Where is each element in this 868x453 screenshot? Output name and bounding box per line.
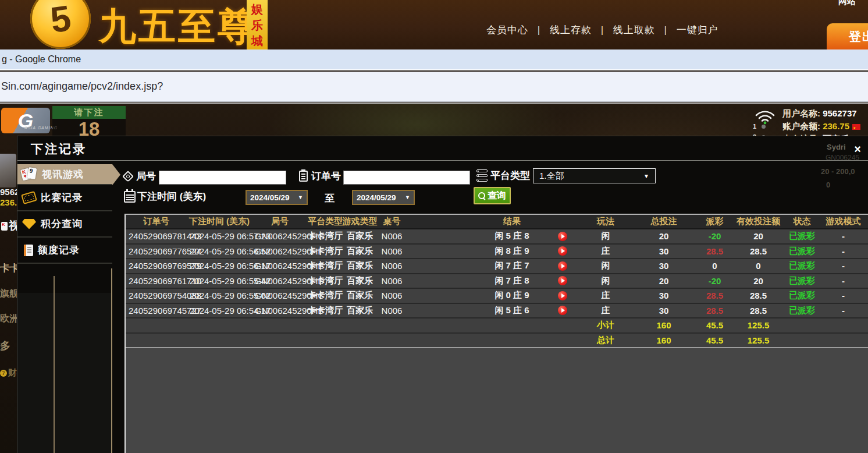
ghost-round-id: GN006245 [826,154,859,162]
subtotal-valid-bet: 125.5 [731,320,786,330]
play-icon[interactable] [558,246,567,256]
cell-order-id: 240529069754088 [126,291,187,300]
fragment-balance: 236. [0,197,17,207]
fragment-hall-kaka: 卡卡 [0,261,17,275]
calendar-icon [124,191,136,203]
col-header: 有效投注额 [731,216,786,227]
sidebar-item-match-records[interactable]: 比赛记录 [17,185,112,211]
cell-game-type: 百家乐 [341,260,379,271]
cell-table-no: N006 [379,261,405,271]
search-button-label: 查询 [488,190,506,202]
col-header: 结果 [425,216,599,227]
col-header: 订单号 [126,216,187,227]
play-icon[interactable] [558,232,567,241]
nav-separator: | [664,24,667,36]
col-header: 平台类型 [308,216,341,227]
cell-status: 已派彩 [786,231,818,242]
cell-total-bet: 30 [629,261,699,271]
wifi-icon [755,108,775,125]
round-id-input[interactable] [159,171,286,185]
ticket-icon [21,191,37,204]
avatar [0,154,16,187]
total-row: 总计 160 45.5 125.5 [126,334,868,349]
cell-game-type: 百家乐 [341,305,379,316]
tag-icon [122,171,134,182]
nav-deposit[interactable]: 线上存款 [550,24,592,36]
user-name-value: 9562737 [823,108,856,118]
site-info-partial-text: 网站 [838,0,856,7]
play-icon[interactable] [558,306,567,315]
cell-valid-bet: 20 [731,231,786,241]
cell-table-no: N006 [379,231,405,241]
cell-status: 已派彩 [786,260,818,271]
cell-result: 闲 5 庄 8 [405,231,582,242]
cell-table-no: N006 [379,276,405,286]
cell-table-no: N006 [379,246,405,256]
sidebar-item-credit-records[interactable]: 额度记录 [17,238,112,264]
cell-platform: 卡卡湾厅 [308,290,341,301]
table-row: 240529069754088 2024-05-29 06:55:02 GN00… [126,289,868,304]
chevron-down-icon: ▼ [298,194,303,200]
cell-platform: 卡卡湾厅 [308,231,341,242]
cell-payout: 28.5 [699,246,731,256]
cell-game-mode: - [818,231,868,241]
modal-sidebar: 视讯游戏 比赛记录 积分查询 额度记录 [17,161,112,453]
nav-separator: | [601,24,604,36]
cell-round-id: GN006245290HG [252,231,308,241]
brand-badge: 娱 乐 城 [247,0,268,49]
badge-char: 乐 [251,17,263,33]
sidebar-border-line [111,268,112,453]
cell-round-id: GN006245290HD [252,276,308,286]
nav-member-center[interactable]: 会员中心 [486,24,528,36]
nav-withdraw[interactable]: 线上取款 [613,24,655,36]
cell-result: 闲 5 庄 6 [405,305,582,316]
cell-bet-time: 2024-05-29 06:56:17 [187,261,252,271]
chrome-window-titlebar[interactable]: g - Google Chrome [0,49,868,70]
cell-game-mode: - [818,306,868,316]
subtotal-payout: 45.5 [699,320,731,330]
cell-platform: 卡卡湾厅 [308,246,341,257]
cell-valid-bet: 28.5 [731,306,786,316]
play-icon[interactable] [558,276,567,285]
cell-platform: 卡卡湾厅 [308,275,341,286]
search-icon [478,192,486,200]
subtotal-total-bet: 160 [629,320,699,330]
table-row: 240529069776524 2024-05-29 06:56:52 GN00… [126,245,868,260]
order-id-input[interactable] [343,171,470,185]
bet-prompt: 请下注 [52,106,126,119]
cell-valid-bet: 28.5 [731,246,786,256]
nav-separator: | [538,24,540,36]
coin-icon: 7 [0,370,7,377]
chrome-address-bar[interactable]: Sin.com/agingame/pcv2/index.jsp? [0,72,868,102]
cell-payout: 28.5 [699,291,731,300]
table-header-row: 订单号 下注时间 (美东) 局号 平台类型 游戏类型 桌号 结果 玩法 总投注 … [126,215,868,229]
cell-result: 闲 7 庄 8 [405,275,582,286]
cell-round-id: GN006245290HC [252,291,308,300]
sidebar-divider-line [54,276,55,453]
brand-coin-logo-icon: 5 [30,0,91,49]
play-icon[interactable] [558,291,567,300]
date-to-select[interactable]: 2024/05/29 ▼ [352,190,415,205]
search-button[interactable]: 查询 [474,187,511,204]
cell-platform: 卡卡湾厅 [308,260,341,271]
cell-bet-time: 2024-05-29 06:56:52 [187,246,252,256]
cell-game-mode: - [818,276,868,286]
date-from-select[interactable]: 2024/05/29 ▼ [246,190,308,205]
sidebar-item-video-games[interactable]: 视讯游戏 [17,164,112,185]
playing-cards-icon [21,167,37,182]
cell-bet-time: 2024-05-29 06:57:23 [187,231,252,241]
total-valid-bet: 125.5 [731,335,786,345]
round-id-label: 局号 [136,169,156,183]
table-row: 240529069745727 2024-05-29 06:54:17 GN00… [126,304,868,319]
play-icon[interactable] [558,261,567,271]
table-row: 240529069761710 2024-05-29 06:55:42 GN00… [126,274,868,289]
platform-type-select[interactable]: 1.全部 ▼ [533,168,656,183]
date-to-value: 2024/05/29 [357,193,396,202]
fragment-caishen: 7财神 [0,367,17,378]
cell-status: 已派彩 [786,246,818,257]
nav-one-key-transfer[interactable]: 一键归户 [677,24,718,36]
sidebar-item-points-query[interactable]: 积分查询 [17,211,112,238]
cell-order-id: 240529069781443 [126,231,187,241]
logout-button[interactable]: 登出 [827,23,868,49]
badge-char: 城 [251,33,263,49]
